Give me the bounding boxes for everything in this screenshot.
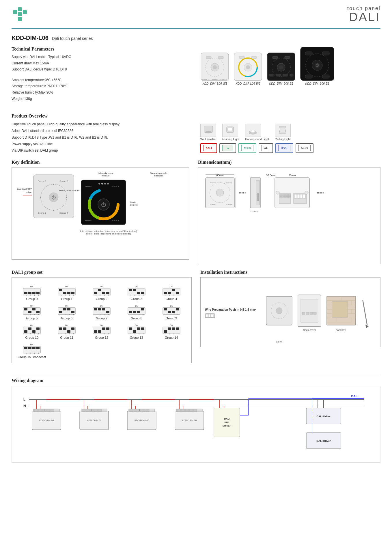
svg-text:58mm: 58mm	[288, 174, 296, 177]
svg-rect-351	[134, 409, 137, 412]
overview-p4: Via DIP switch set DALI group	[12, 147, 192, 154]
svg-rect-282	[24, 347, 27, 349]
svg-text:33.5mm: 33.5mm	[250, 211, 257, 213]
svg-rect-173	[168, 292, 171, 294]
svg-point-87	[107, 183, 109, 185]
tech-params-content: Supply via: DALI cable, Typical 16VDC Cu…	[12, 54, 192, 102]
svg-point-85	[101, 183, 103, 185]
svg-rect-103	[257, 197, 259, 199]
svg-rect-254	[102, 327, 105, 330]
svg-text:ON: ON	[170, 305, 173, 307]
group-8: ON 1 2 3 4 Group 8	[121, 304, 152, 320]
dali-group-section: DALI group set ON 1 2 3 4	[12, 270, 192, 369]
svg-text:Scene 2: Scene 2	[85, 219, 92, 221]
svg-rect-213	[133, 311, 136, 313]
svg-rect-296	[302, 312, 305, 314]
product-series: Dali touch panel series	[52, 36, 93, 41]
svg-rect-164	[137, 292, 140, 294]
svg-rect-116	[288, 196, 291, 198]
svg-rect-350	[130, 409, 133, 412]
product-w1: Scene 1 Scene 2 Scene 3 KDD–DIM–L06-W1	[200, 52, 229, 85]
key-def-box: Last level/OFF button ———— Scene 1 Scene…	[12, 167, 189, 260]
svg-rect-152	[94, 292, 97, 294]
key-dim-section: Key definition Last level/OFF button ———…	[12, 160, 380, 264]
key-def-diagram: Last level/OFF button ———— Scene 1 Scene…	[16, 172, 185, 235]
svg-text:33.5mm: 33.5mm	[266, 174, 276, 177]
wall-washer-label: Wall Washer	[200, 138, 216, 141]
svg-text:ON: ON	[30, 344, 33, 346]
svg-rect-109	[280, 194, 282, 196]
svg-rect-283	[28, 347, 31, 349]
svg-rect-184	[32, 308, 36, 310]
svg-text:panel: panel	[276, 340, 282, 342]
mode-selector-label: Mode selector	[130, 201, 145, 206]
group-14: ON 1 2 3 4 Group 14	[156, 323, 187, 339]
svg-rect-48	[279, 126, 286, 128]
icon-underground-light: Underground Light	[245, 124, 269, 141]
svg-rect-101	[256, 180, 260, 205]
svg-rect-37	[322, 52, 329, 55]
intensity-label: Intensity mode indicator	[96, 172, 116, 177]
svg-rect-195	[71, 311, 74, 313]
svg-text:CE: CE	[264, 146, 268, 150]
svg-text:86mm: 86mm	[216, 174, 223, 177]
param-1: Current draw:Max 15mA	[12, 60, 192, 67]
overview-p0: Capcitive Touch panel ,High-quality appe…	[12, 121, 192, 128]
annotations-top: Intensity mode indicator Saturation mode…	[80, 172, 185, 177]
svg-rect-38	[305, 75, 312, 78]
svg-text:ON: ON	[170, 324, 173, 326]
svg-text:ON: ON	[30, 286, 33, 288]
svg-text:ON: ON	[170, 286, 173, 288]
svg-rect-113	[280, 196, 282, 198]
svg-rect-133	[28, 292, 31, 294]
svg-rect-214	[137, 311, 140, 313]
svg-rect-202	[94, 308, 97, 310]
svg-text:DALI: DALI	[206, 147, 212, 150]
svg-text:Scene 3: Scene 3	[210, 204, 216, 205]
svg-text:BUS: BUS	[225, 421, 230, 424]
group-install-section: DALI group set ON 1 2 3 4	[12, 270, 380, 369]
svg-rect-262	[129, 327, 132, 330]
group-14-label: Group 14	[156, 336, 187, 339]
svg-rect-163	[133, 289, 136, 291]
overview-text: Capcitive Touch panel ,High-quality appe…	[12, 121, 192, 154]
svg-rect-114	[283, 196, 285, 198]
guiding-light-label: Guiding Light	[222, 138, 239, 141]
svg-rect-144	[67, 292, 70, 294]
svg-rect-235	[36, 327, 40, 330]
scene-recall-label: Scene recall buttons	[59, 189, 80, 192]
svg-text:ON: ON	[135, 286, 138, 288]
svg-rect-288	[208, 314, 210, 317]
svg-rect-329	[38, 409, 42, 412]
svg-point-70	[53, 184, 54, 185]
svg-rect-253	[98, 330, 101, 333]
param-5: Storage temperature:KPN001 +70℃	[12, 83, 192, 90]
param-2: Support DALI decive type: DT6,DT8	[12, 66, 192, 73]
svg-rect-154	[102, 292, 105, 294]
ceiling-light-icon	[275, 124, 291, 137]
svg-rect-364	[189, 409, 193, 412]
horseshoe-note: Intensity and saturation horseshoe contr…	[80, 230, 137, 235]
svg-text:⏻: ⏻	[101, 202, 106, 208]
svg-rect-121	[303, 194, 305, 198]
tech-params-title: Technical Parameters	[12, 46, 192, 52]
svg-rect-287	[206, 314, 208, 317]
svg-point-292	[276, 308, 282, 314]
cert-badge-2: ㎞	[219, 143, 236, 153]
icon-ceiling-light: Ceiling Light	[275, 124, 291, 141]
svg-text:KDD-DIM-L06: KDD-DIM-L06	[39, 419, 54, 422]
svg-text:Scene 2: Scene 2	[212, 79, 219, 81]
svg-rect-43	[228, 128, 232, 131]
w1-label: KDD–DIM–L06-W1	[200, 82, 229, 85]
svg-rect-272	[164, 330, 167, 333]
svg-rect-143	[63, 292, 66, 294]
svg-text:Scene 3: Scene 3	[111, 185, 119, 187]
dimensions-section: Dimensions(mm) 86mm Scene 1 Scene 2 Scen…	[198, 160, 380, 264]
svg-point-49	[279, 133, 286, 134]
group-15-label: Group 15 Broadcast	[16, 355, 48, 359]
dark-panel-svg: Scene 1 Scene 3 Scene 2 Scene 4 ⏻	[80, 178, 129, 228]
svg-rect-353	[142, 409, 145, 412]
svg-rect-316	[332, 301, 348, 317]
svg-rect-193	[63, 308, 66, 310]
svg-text:ON: ON	[65, 305, 68, 307]
